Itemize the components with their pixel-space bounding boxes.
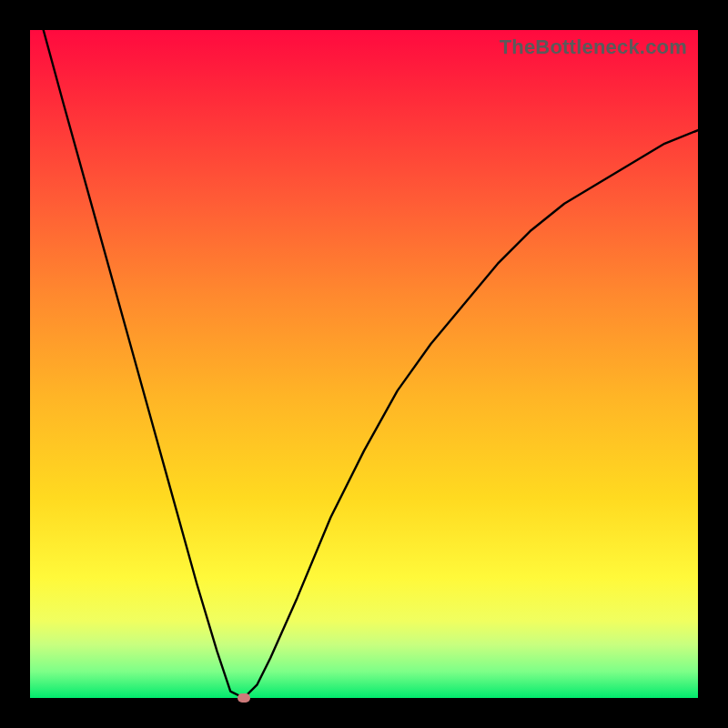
optimum-marker xyxy=(238,693,250,703)
bottleneck-curve xyxy=(30,30,698,698)
chart-frame: TheBottleneck.com xyxy=(0,0,728,728)
plot-area: TheBottleneck.com xyxy=(30,30,698,698)
